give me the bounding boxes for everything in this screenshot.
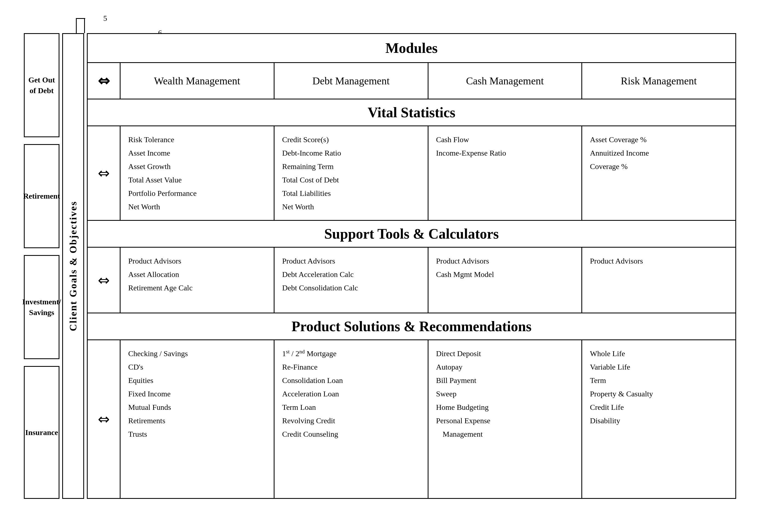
annotation-5: 5	[103, 14, 107, 23]
tools-cash: Product Advisors Cash Mgmt Model	[429, 248, 583, 313]
vital-stats-row: ⇔ Risk Tolerance Asset Income Asset Grow…	[88, 126, 736, 221]
products-cash-item-7: Management	[436, 427, 574, 441]
stats-debt-item-1: Credit Score(s)	[282, 133, 420, 146]
stats-debt-item-5: Total Liabilities	[282, 187, 420, 200]
stats-risk-item-3: Coverage %	[590, 160, 728, 173]
stats-debt-item-2: Debt-Income Ratio	[282, 146, 420, 160]
products-risk-item-1: Whole Life	[590, 347, 728, 360]
tools-risk: Product Advisors	[582, 248, 736, 313]
tools-cash-item-2: Cash Mgmt Model	[436, 267, 574, 281]
stats-wealth-item-2: Asset Income	[128, 146, 266, 160]
stats-boxes: Risk Tolerance Asset Income Asset Growth…	[120, 126, 736, 220]
double-arrow-support-tools: ⇔	[98, 272, 110, 288]
products-boxes: Checking / Savings CD's Equities Fixed I…	[120, 340, 736, 498]
sidebar-item-get-out-of-debt: Get Out of Debt	[24, 33, 60, 137]
stats-cash-item-1: Cash Flow	[436, 133, 574, 146]
stats-debt: Credit Score(s) Debt-Income Ratio Remain…	[274, 126, 429, 220]
stats-wealth-item-5: Portfolio Performance	[128, 187, 266, 200]
main-content: Modules ⇔ Wealth Management Debt Managem…	[87, 33, 736, 499]
double-arrow-vital-stats: ⇔	[98, 165, 110, 181]
products-risk-item-2: Variable Life	[590, 360, 728, 374]
tools-debt: Product Advisors Debt Acceleration Calc …	[274, 248, 429, 313]
support-tools-row: ⇔ Product Advisors Asset Allocation Reti…	[88, 248, 736, 314]
products-debt-item-6: Revolving Credit	[282, 414, 420, 427]
products-wealth: Checking / Savings CD's Equities Fixed I…	[120, 340, 274, 498]
vital-stats-header: Vital Statistics	[88, 99, 736, 126]
arrow-support-tools: ⇔	[88, 248, 120, 313]
products-debt-item-1: 1st / 2nd Mortgage	[282, 347, 420, 360]
line-5	[84, 18, 85, 33]
stats-debt-item-3: Remaining Term	[282, 160, 420, 173]
client-goals-label: Client Goals & Objectives	[62, 33, 84, 499]
double-arrow-modules: ⇔	[98, 73, 110, 89]
products-risk-item-5: Credit Life	[590, 401, 728, 414]
products-cash-item-6: Personal Expense	[436, 414, 574, 427]
products-debt-item-3: Consolidation Loan	[282, 374, 420, 387]
line-5-h	[76, 18, 85, 19]
tools-debt-item-3: Debt Consolidation Calc	[282, 281, 420, 295]
tools-debt-item-2: Debt Acceleration Calc	[282, 267, 420, 281]
double-arrow-product-solutions: ⇔	[98, 411, 110, 427]
tools-wealth-item-1: Product Advisors	[128, 254, 266, 267]
products-debt-item-2: Re-Finance	[282, 360, 420, 374]
sidebar-item-investment-savings: Investment/ Savings	[24, 255, 60, 359]
stats-wealth-item-1: Risk Tolerance	[128, 133, 266, 146]
modules-header: Modules	[88, 34, 736, 63]
products-debt: 1st / 2nd Mortgage Re-Finance Consolidat…	[274, 340, 429, 498]
products-debt-item-7: Credit Counseling	[282, 427, 420, 441]
products-risk-item-3: Term	[590, 374, 728, 387]
products-wealth-item-6: Retirements	[128, 414, 266, 427]
module-risk-management: Risk Management	[582, 63, 736, 99]
stats-debt-item-4: Total Cost of Debt	[282, 173, 420, 187]
tools-wealth: Product Advisors Asset Allocation Retire…	[120, 248, 274, 313]
stats-wealth-item-6: Net Worth	[128, 200, 266, 214]
module-boxes: Wealth Management Debt Management Cash M…	[120, 63, 736, 99]
stats-wealth: Risk Tolerance Asset Income Asset Growth…	[120, 126, 274, 220]
products-debt-item-5: Term Loan	[282, 401, 420, 414]
module-debt-management: Debt Management	[274, 63, 429, 99]
tools-cash-item-1: Product Advisors	[436, 254, 574, 267]
arrow-modules: ⇔	[88, 63, 120, 99]
stats-wealth-item-4: Total Asset Value	[128, 173, 266, 187]
module-wealth-management: Wealth Management	[120, 63, 274, 99]
products-wealth-item-1: Checking / Savings	[128, 347, 266, 360]
products-wealth-item-2: CD's	[128, 360, 266, 374]
products-wealth-item-3: Equities	[128, 374, 266, 387]
stats-wealth-item-3: Asset Growth	[128, 160, 266, 173]
products-cash-item-4: Sweep	[436, 387, 574, 401]
sidebar-item-retirement: Retirement	[24, 144, 60, 248]
arrow-product-solutions: ⇔	[88, 340, 120, 498]
page: 5 6 7 8 9 Get Out of Debt Retirement Inv…	[0, 0, 760, 532]
products-risk-item-4: Property & Casualty	[590, 387, 728, 401]
products-debt-item-4: Acceleration Loan	[282, 387, 420, 401]
client-goals-text: Client Goals & Objectives	[68, 201, 79, 331]
stats-cash-item-2: Income-Expense Ratio	[436, 146, 574, 160]
tools-wealth-item-2: Asset Allocation	[128, 267, 266, 281]
tools-risk-item-1: Product Advisors	[590, 254, 728, 267]
support-tools-header: Support Tools & Calculators	[88, 221, 736, 248]
sidebar-item-insurance: Insurance	[24, 366, 60, 499]
tools-debt-item-1: Product Advisors	[282, 254, 420, 267]
modules-row: ⇔ Wealth Management Debt Management Cash…	[88, 63, 736, 99]
products-cash: Direct Deposit Autopay Bill Payment Swee…	[429, 340, 583, 498]
stats-risk: Asset Coverage % Annuitized Income Cover…	[582, 126, 736, 220]
tools-boxes: Product Advisors Asset Allocation Retire…	[120, 248, 736, 313]
stats-risk-item-2: Annuitized Income	[590, 146, 728, 160]
products-wealth-item-5: Mutual Funds	[128, 401, 266, 414]
product-solutions-header: Product Solutions & Recommendations	[88, 314, 736, 340]
product-solutions-row: ⇔ Checking / Savings CD's Equities Fixed…	[88, 340, 736, 498]
arrow-vital-stats: ⇔	[88, 126, 120, 220]
products-risk: Whole Life Variable Life Term Property &…	[582, 340, 736, 498]
products-cash-item-5: Home Budgeting	[436, 401, 574, 414]
products-cash-item-2: Autopay	[436, 360, 574, 374]
products-risk-item-6: Disability	[590, 414, 728, 427]
stats-debt-item-6: Net Worth	[282, 200, 420, 214]
stats-cash: Cash Flow Income-Expense Ratio	[429, 126, 583, 220]
products-wealth-item-4: Fixed Income	[128, 387, 266, 401]
stats-risk-item-1: Asset Coverage %	[590, 133, 728, 146]
products-wealth-item-7: Trusts	[128, 427, 266, 441]
diagram-container: 5 6 7 8 9 Get Out of Debt Retirement Inv…	[24, 13, 736, 519]
tools-wealth-item-3: Retirement Age Calc	[128, 281, 266, 295]
module-cash-management: Cash Management	[429, 63, 583, 99]
products-cash-item-3: Bill Payment	[436, 374, 574, 387]
